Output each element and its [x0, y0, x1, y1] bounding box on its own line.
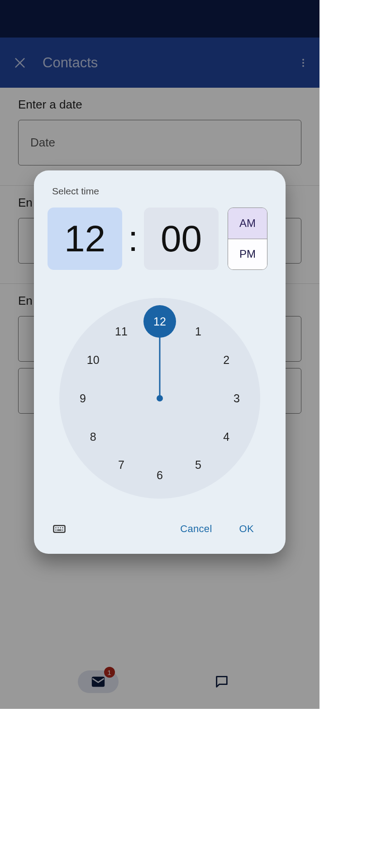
clock-hour-11[interactable]: 11 [109, 319, 134, 344]
clock-hour-9[interactable]: 9 [70, 386, 95, 411]
clock-hour-5[interactable]: 5 [186, 452, 211, 477]
clock-hour-8[interactable]: 8 [81, 424, 106, 449]
clock-hour-3[interactable]: 3 [224, 386, 249, 411]
hour-selector[interactable]: 12 [48, 208, 122, 270]
clock-hour-10[interactable]: 10 [81, 347, 106, 373]
minute-selector[interactable]: 00 [144, 208, 219, 270]
cancel-button[interactable]: Cancel [167, 517, 225, 541]
dialog-actions: Cancel OK [48, 512, 272, 546]
clock-hour-7[interactable]: 7 [109, 452, 134, 477]
time-display-row: 12 : 00 AM PM [48, 208, 272, 270]
time-colon: : [127, 208, 139, 270]
clock-hour-6[interactable]: 6 [147, 462, 172, 488]
clock-hour-1[interactable]: 1 [186, 319, 211, 344]
am-button[interactable]: AM [228, 208, 267, 239]
ok-button[interactable]: OK [226, 517, 267, 541]
clock-hour-2[interactable]: 2 [214, 347, 239, 373]
clock-face-container: 121234567891011 [48, 270, 272, 512]
ampm-toggle: AM PM [228, 208, 267, 270]
svg-rect-5 [54, 526, 65, 533]
dialog-title: Select time [48, 184, 272, 208]
clock-hour-selected[interactable]: 12 [143, 305, 176, 338]
keyboard-icon[interactable] [50, 520, 68, 538]
clock-face[interactable]: 121234567891011 [59, 298, 260, 499]
clock-hour-4[interactable]: 4 [214, 424, 239, 449]
clock-center [157, 395, 163, 401]
pm-button[interactable]: PM [228, 239, 267, 270]
time-picker-dialog: Select time 12 : 00 AM PM 12123456789101… [34, 170, 286, 554]
